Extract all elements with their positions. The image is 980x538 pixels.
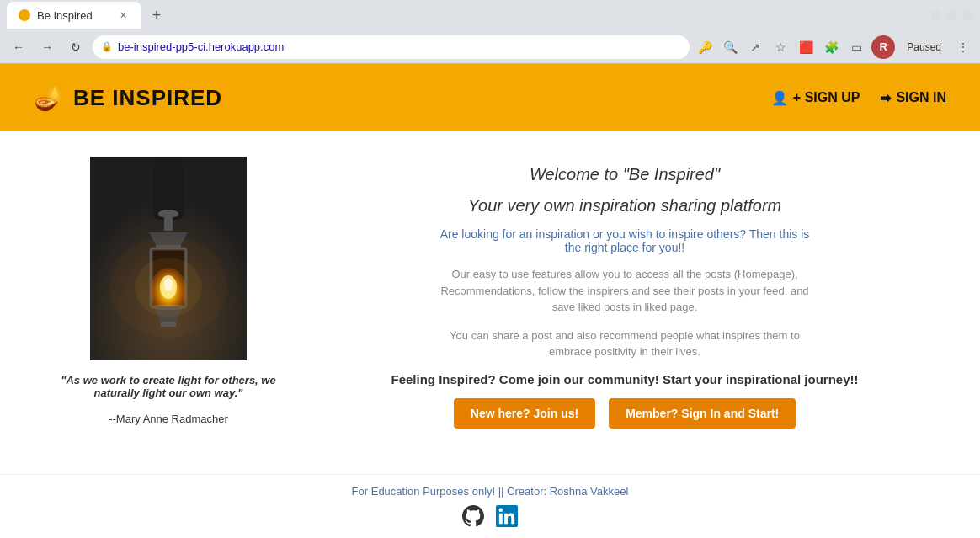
puzzle-icon[interactable]: 🧩 xyxy=(821,37,841,57)
svg-point-5 xyxy=(158,210,178,218)
logo-text: BE INSPIRED xyxy=(73,85,222,111)
back-button[interactable]: ← xyxy=(7,35,30,59)
logo-area: 🪔 BE INSPIRED xyxy=(34,84,222,112)
paused-badge[interactable]: Paused xyxy=(900,40,948,55)
signup-label: + SIGN UP xyxy=(793,90,860,105)
signup-icon: 👤 xyxy=(771,90,788,106)
linkedin-link[interactable] xyxy=(495,504,519,528)
desc2: Our easy to use features allow you to ac… xyxy=(439,266,810,316)
share-icon[interactable]: ↗ xyxy=(745,37,765,57)
browser-window: Be Inspired ✕ + ─ □ ✕ ← → ↻ 🔒 be-inspire… xyxy=(0,0,980,538)
btn-row: New here? Join us! Member? Sign In and S… xyxy=(454,398,796,429)
search-icon[interactable]: 🔍 xyxy=(720,37,740,57)
address-text: be-inspired-pp5-ci.herokuapp.com xyxy=(118,40,681,53)
nav-right: 👤 + SIGN UP ➡ SIGN IN xyxy=(771,90,946,106)
close-button[interactable]: ✕ xyxy=(962,10,973,21)
desc3: You can share a post and also recommend … xyxy=(439,328,810,360)
tab-close-button[interactable]: ✕ xyxy=(116,8,130,22)
welcome-sub: Your very own inspiration sharing platfo… xyxy=(468,196,781,216)
menu-button[interactable]: ⋮ xyxy=(953,37,973,57)
svg-point-17 xyxy=(109,237,227,338)
sidebar-icon[interactable]: ▭ xyxy=(846,37,866,57)
profile-button[interactable]: R xyxy=(871,35,895,59)
lock-icon: 🔒 xyxy=(101,41,113,52)
title-bar: Be Inspired ✕ + ─ □ ✕ xyxy=(0,0,980,30)
toolbar-right: 🔑 🔍 ↗ ☆ 🟥 🧩 ▭ R Paused ⋮ xyxy=(695,35,973,59)
github-icon xyxy=(462,505,484,527)
tab-favicon xyxy=(19,9,30,21)
quote-text: "As we work to create light for others, … xyxy=(51,374,286,399)
signup-link[interactable]: 👤 + SIGN UP xyxy=(771,90,860,106)
maximize-button[interactable]: □ xyxy=(946,10,957,21)
website-content: 🪔 BE INSPIRED 👤 + SIGN UP ➡ SIGN IN xyxy=(0,64,980,538)
signin-icon: ➡ xyxy=(880,90,891,106)
signin-start-button[interactable]: Member? Sign In and Start! xyxy=(609,398,796,429)
minimize-button[interactable]: ─ xyxy=(930,10,941,21)
cta-text: Feeling Inspired? Come join our communit… xyxy=(391,372,858,386)
tab-area: Be Inspired ✕ + xyxy=(7,0,168,30)
window-controls: ─ □ ✕ xyxy=(930,10,973,21)
tab-title: Be Inspired xyxy=(37,9,93,22)
new-tab-button[interactable]: + xyxy=(145,3,168,27)
active-tab[interactable]: Be Inspired ✕ xyxy=(7,2,141,29)
quote-author: --Mary Anne Radmacher xyxy=(109,413,228,425)
join-button[interactable]: New here? Join us! xyxy=(454,398,595,429)
toolbar: ← → ↻ 🔒 be-inspired-pp5-ci.herokuapp.com… xyxy=(0,30,980,64)
left-panel: "As we work to create light for others, … xyxy=(51,157,286,457)
forward-button[interactable]: → xyxy=(35,35,59,59)
star-icon[interactable]: ☆ xyxy=(770,37,791,57)
signin-label: SIGN IN xyxy=(896,90,946,105)
footer-icons xyxy=(461,504,519,528)
lantern-image xyxy=(90,157,247,360)
footer-text: For Education Purposes only! || Creator:… xyxy=(352,485,629,498)
logo-icon: 🪔 xyxy=(34,84,63,112)
right-panel: Welcome to "Be Inspired" Your very own i… xyxy=(320,157,929,457)
lantern-svg xyxy=(90,157,247,360)
ext-icon1[interactable]: 🟥 xyxy=(796,37,816,57)
key-icon[interactable]: 🔑 xyxy=(695,37,715,57)
address-bar[interactable]: 🔒 be-inspired-pp5-ci.herokuapp.com xyxy=(93,35,690,59)
nav-header: 🪔 BE INSPIRED 👤 + SIGN UP ➡ SIGN IN xyxy=(0,64,980,131)
desc1: Are looking for an inspiration or you wi… xyxy=(439,227,810,254)
main-content: "As we work to create light for others, … xyxy=(0,131,980,474)
footer: For Education Purposes only! || Creator:… xyxy=(0,474,980,538)
signin-link[interactable]: ➡ SIGN IN xyxy=(880,90,946,106)
refresh-button[interactable]: ↻ xyxy=(64,35,88,59)
welcome-title: Welcome to "Be Inspired" xyxy=(530,165,720,184)
linkedin-icon xyxy=(496,505,518,527)
github-link[interactable] xyxy=(461,504,485,528)
